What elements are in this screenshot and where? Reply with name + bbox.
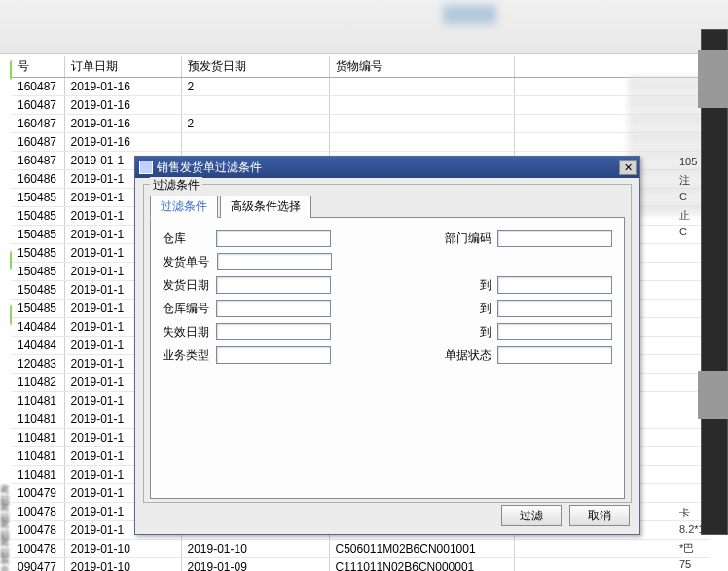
overflow-cell: C	[679, 226, 687, 237]
overflow-cell: 105	[679, 156, 697, 167]
overflow-cell: *巴	[679, 541, 694, 555]
input-ship-date-to[interactable]	[497, 276, 612, 294]
input-expire-to[interactable]	[497, 323, 612, 340]
label-to-3: 到	[444, 324, 497, 340]
label-ship-date: 发货日期	[163, 277, 216, 294]
overflow-cell: 止	[679, 208, 690, 223]
tab-filter[interactable]: 过滤条件	[150, 196, 218, 218]
input-doc-status[interactable]	[497, 346, 612, 364]
close-button[interactable]: ✕	[619, 160, 637, 175]
input-wh-no-from[interactable]	[216, 300, 331, 317]
label-warehouse: 仓库	[163, 231, 216, 247]
label-doc-status: 单据状态	[444, 347, 497, 364]
overflow-cell: 卡	[679, 506, 690, 520]
filter-dialog: 销售发货单过滤条件 ✕ 过滤条件 过滤条件 高级条件选择 仓库 部门编码 发货单…	[134, 156, 640, 535]
toolbar-banner	[0, 0, 728, 54]
tab-advanced[interactable]: 高级条件选择	[220, 196, 311, 218]
label-wh-no: 仓库编号	[163, 301, 216, 317]
table-row[interactable]: 0904772019-01-102019-01-09C111011N02B6CN…	[12, 558, 710, 572]
input-ship-date-from[interactable]	[216, 276, 331, 294]
dialog-title: 销售发货单过滤条件	[157, 160, 619, 176]
overflow-cell: 75	[679, 558, 691, 570]
column-header[interactable]: 订单日期	[64, 56, 181, 78]
row-label-smudge: 装音	[0, 554, 14, 571]
input-expire-from[interactable]	[216, 323, 331, 340]
label-expire: 失效日期	[163, 324, 216, 340]
filter-button[interactable]: 过滤	[501, 505, 562, 526]
cancel-button[interactable]: 取消	[569, 505, 630, 526]
overflow-cell: 8.2*1	[679, 523, 705, 535]
table-row[interactable]: 1604872019-01-16	[12, 133, 710, 152]
filter-groupbox: 过滤条件 过滤条件 高级条件选择 仓库 部门编码 发货单号 发货	[143, 184, 632, 503]
table-row[interactable]: 1004782019-01-102019-01-10C506011M02B6CN…	[12, 540, 710, 558]
column-header[interactable]: 货物编号	[329, 56, 514, 78]
tab-panel-filter: 仓库 部门编码 发货单号 发货日期 到	[150, 217, 625, 499]
label-ship-no: 发货单号	[163, 254, 217, 270]
input-biz-type[interactable]	[216, 346, 331, 364]
label-to-1: 到	[444, 277, 497, 294]
label-biz-type: 业务类型	[163, 347, 216, 364]
overflow-cell: 注	[679, 173, 690, 188]
table-row[interactable]: 1604872019-01-162	[12, 78, 710, 96]
group-label: 过滤条件	[150, 177, 202, 194]
column-header[interactable]: 号	[12, 56, 64, 78]
app-icon	[139, 161, 153, 174]
table-row[interactable]: 1604872019-01-162	[12, 115, 710, 133]
overflow-cell: C	[679, 191, 687, 202]
column-header[interactable]: 预发货日期	[181, 56, 329, 78]
table-row[interactable]: 1604872019-01-16	[12, 96, 710, 115]
input-dept-no[interactable]	[497, 230, 612, 247]
right-sidebar	[701, 29, 728, 535]
label-to-2: 到	[444, 301, 497, 317]
input-ship-no[interactable]	[217, 253, 332, 270]
input-wh-no-to[interactable]	[497, 300, 612, 317]
dialog-titlebar[interactable]: 销售发货单过滤条件 ✕	[135, 157, 639, 178]
label-dept-no: 部门编码	[444, 231, 497, 247]
input-warehouse[interactable]	[216, 230, 331, 247]
tab-strip: 过滤条件 高级条件选择	[150, 195, 625, 217]
